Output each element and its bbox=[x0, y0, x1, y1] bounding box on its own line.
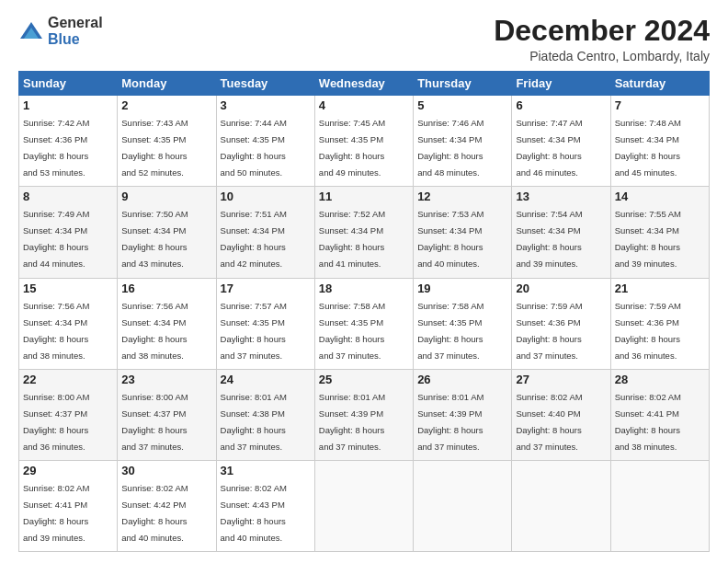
day-number: 5 bbox=[417, 98, 507, 112]
col-wednesday: Wednesday bbox=[314, 72, 413, 96]
calendar-cell: 10 Sunrise: 7:51 AMSunset: 4:34 PMDaylig… bbox=[216, 187, 314, 278]
day-number: 1 bbox=[23, 98, 113, 112]
calendar-cell: 12 Sunrise: 7:53 AMSunset: 4:34 PMDaylig… bbox=[414, 187, 512, 278]
calendar-cell: 6 Sunrise: 7:47 AMSunset: 4:34 PMDayligh… bbox=[512, 96, 610, 187]
day-number: 30 bbox=[121, 464, 211, 477]
cell-info: Sunrise: 7:46 AMSunset: 4:34 PMDaylight:… bbox=[417, 118, 483, 178]
header: General Blue December 2024 Piateda Centr… bbox=[18, 15, 710, 63]
calendar-page: General Blue December 2024 Piateda Centr… bbox=[0, 0, 728, 563]
cell-info: Sunrise: 8:01 AMSunset: 4:39 PMDaylight:… bbox=[417, 392, 483, 452]
cell-info: Sunrise: 8:02 AMSunset: 4:42 PMDaylight:… bbox=[121, 483, 188, 543]
calendar-cell: 29 Sunrise: 8:02 AMSunset: 4:41 PMDaylig… bbox=[19, 460, 118, 551]
day-number: 26 bbox=[417, 373, 507, 386]
calendar-cell: 20 Sunrise: 7:59 AMSunset: 4:36 PMDaylig… bbox=[512, 278, 610, 369]
cell-info: Sunrise: 7:53 AMSunset: 4:34 PMDaylight:… bbox=[417, 209, 483, 269]
cell-info: Sunrise: 8:02 AMSunset: 4:40 PMDaylight:… bbox=[516, 392, 582, 452]
cell-info: Sunrise: 7:57 AMSunset: 4:35 PMDaylight:… bbox=[221, 301, 287, 361]
calendar-cell: 18 Sunrise: 7:58 AMSunset: 4:35 PMDaylig… bbox=[314, 278, 413, 369]
cell-info: Sunrise: 7:58 AMSunset: 4:35 PMDaylight:… bbox=[319, 301, 385, 361]
calendar-cell: 26 Sunrise: 8:01 AMSunset: 4:39 PMDaylig… bbox=[414, 369, 512, 460]
cell-info: Sunrise: 7:58 AMSunset: 4:35 PMDaylight:… bbox=[417, 301, 483, 361]
cell-info: Sunrise: 8:00 AMSunset: 4:37 PMDaylight:… bbox=[121, 392, 188, 452]
cell-info: Sunrise: 8:02 AMSunset: 4:41 PMDaylight:… bbox=[615, 392, 681, 452]
calendar-cell: 25 Sunrise: 8:01 AMSunset: 4:39 PMDaylig… bbox=[314, 369, 413, 460]
col-sunday: Sunday bbox=[19, 72, 118, 96]
logo-general: General bbox=[48, 15, 103, 31]
cell-info: Sunrise: 7:48 AMSunset: 4:34 PMDaylight:… bbox=[615, 118, 681, 178]
week-row-1: 1 Sunrise: 7:42 AMSunset: 4:36 PMDayligh… bbox=[19, 96, 710, 187]
cell-info: Sunrise: 7:56 AMSunset: 4:34 PMDaylight:… bbox=[121, 301, 188, 361]
cell-info: Sunrise: 7:45 AMSunset: 4:35 PMDaylight:… bbox=[319, 118, 385, 178]
calendar-cell: 28 Sunrise: 8:02 AMSunset: 4:41 PMDaylig… bbox=[610, 369, 709, 460]
calendar-cell bbox=[414, 460, 512, 551]
logo-blue: Blue bbox=[48, 31, 103, 48]
day-number: 22 bbox=[23, 373, 113, 386]
cell-info: Sunrise: 7:59 AMSunset: 4:36 PMDaylight:… bbox=[516, 301, 582, 361]
logo: General Blue bbox=[18, 15, 103, 47]
calendar-cell: 5 Sunrise: 7:46 AMSunset: 4:34 PMDayligh… bbox=[414, 96, 512, 187]
cell-info: Sunrise: 7:51 AMSunset: 4:34 PMDaylight:… bbox=[221, 209, 287, 269]
day-number: 21 bbox=[615, 282, 705, 295]
calendar-cell: 7 Sunrise: 7:48 AMSunset: 4:34 PMDayligh… bbox=[610, 96, 709, 187]
calendar-cell: 17 Sunrise: 7:57 AMSunset: 4:35 PMDaylig… bbox=[216, 278, 314, 369]
calendar-cell: 16 Sunrise: 7:56 AMSunset: 4:34 PMDaylig… bbox=[118, 278, 216, 369]
cell-info: Sunrise: 7:52 AMSunset: 4:34 PMDaylight:… bbox=[319, 209, 385, 269]
calendar-cell: 2 Sunrise: 7:43 AMSunset: 4:35 PMDayligh… bbox=[118, 96, 216, 187]
day-number: 7 bbox=[615, 98, 705, 112]
day-number: 4 bbox=[319, 98, 409, 112]
day-number: 3 bbox=[221, 98, 311, 112]
cell-info: Sunrise: 7:59 AMSunset: 4:36 PMDaylight:… bbox=[615, 301, 681, 361]
cell-info: Sunrise: 7:42 AMSunset: 4:36 PMDaylight:… bbox=[23, 118, 89, 178]
day-number: 17 bbox=[221, 282, 311, 295]
day-number: 24 bbox=[221, 373, 311, 386]
cell-info: Sunrise: 8:01 AMSunset: 4:38 PMDaylight:… bbox=[221, 392, 287, 452]
col-friday: Friday bbox=[512, 72, 610, 96]
cell-info: Sunrise: 8:02 AMSunset: 4:43 PMDaylight:… bbox=[221, 483, 287, 543]
col-saturday: Saturday bbox=[610, 72, 709, 96]
cell-info: Sunrise: 7:50 AMSunset: 4:34 PMDaylight:… bbox=[121, 209, 188, 269]
day-number: 29 bbox=[23, 464, 113, 477]
day-number: 6 bbox=[516, 98, 606, 112]
calendar-cell: 19 Sunrise: 7:58 AMSunset: 4:35 PMDaylig… bbox=[414, 278, 512, 369]
calendar-cell: 30 Sunrise: 8:02 AMSunset: 4:42 PMDaylig… bbox=[118, 460, 216, 551]
day-number: 10 bbox=[221, 190, 311, 203]
logo-text: General Blue bbox=[48, 15, 103, 47]
calendar-cell: 8 Sunrise: 7:49 AMSunset: 4:34 PMDayligh… bbox=[19, 187, 118, 278]
calendar-cell: 9 Sunrise: 7:50 AMSunset: 4:34 PMDayligh… bbox=[118, 187, 216, 278]
day-number: 20 bbox=[516, 282, 606, 295]
calendar-header-row: Sunday Monday Tuesday Wednesday Thursday… bbox=[19, 72, 710, 96]
day-number: 9 bbox=[121, 190, 211, 203]
calendar-cell: 27 Sunrise: 8:02 AMSunset: 4:40 PMDaylig… bbox=[512, 369, 610, 460]
calendar-cell: 23 Sunrise: 8:00 AMSunset: 4:37 PMDaylig… bbox=[118, 369, 216, 460]
day-number: 2 bbox=[121, 98, 211, 112]
calendar-cell: 24 Sunrise: 8:01 AMSunset: 4:38 PMDaylig… bbox=[216, 369, 314, 460]
col-thursday: Thursday bbox=[414, 72, 512, 96]
day-number: 12 bbox=[417, 190, 507, 203]
calendar-cell bbox=[314, 460, 413, 551]
calendar-cell: 1 Sunrise: 7:42 AMSunset: 4:36 PMDayligh… bbox=[19, 96, 118, 187]
calendar-cell: 13 Sunrise: 7:54 AMSunset: 4:34 PMDaylig… bbox=[512, 187, 610, 278]
calendar-cell: 11 Sunrise: 7:52 AMSunset: 4:34 PMDaylig… bbox=[314, 187, 413, 278]
day-number: 28 bbox=[615, 373, 705, 386]
cell-info: Sunrise: 7:54 AMSunset: 4:34 PMDaylight:… bbox=[516, 209, 582, 269]
cell-info: Sunrise: 7:43 AMSunset: 4:35 PMDaylight:… bbox=[121, 118, 188, 178]
cell-info: Sunrise: 8:01 AMSunset: 4:39 PMDaylight:… bbox=[319, 392, 385, 452]
cell-info: Sunrise: 7:55 AMSunset: 4:34 PMDaylight:… bbox=[615, 209, 681, 269]
day-number: 8 bbox=[23, 190, 113, 203]
calendar-cell: 21 Sunrise: 7:59 AMSunset: 4:36 PMDaylig… bbox=[610, 278, 709, 369]
day-number: 16 bbox=[121, 282, 211, 295]
cell-info: Sunrise: 7:49 AMSunset: 4:34 PMDaylight:… bbox=[23, 209, 89, 269]
col-tuesday: Tuesday bbox=[216, 72, 314, 96]
calendar-cell: 31 Sunrise: 8:02 AMSunset: 4:43 PMDaylig… bbox=[216, 460, 314, 551]
week-row-2: 8 Sunrise: 7:49 AMSunset: 4:34 PMDayligh… bbox=[19, 187, 710, 278]
cell-info: Sunrise: 8:00 AMSunset: 4:37 PMDaylight:… bbox=[23, 392, 89, 452]
calendar-cell: 14 Sunrise: 7:55 AMSunset: 4:34 PMDaylig… bbox=[610, 187, 709, 278]
calendar-cell: 3 Sunrise: 7:44 AMSunset: 4:35 PMDayligh… bbox=[216, 96, 314, 187]
calendar-cell: 15 Sunrise: 7:56 AMSunset: 4:34 PMDaylig… bbox=[19, 278, 118, 369]
day-number: 23 bbox=[121, 373, 211, 386]
day-number: 25 bbox=[319, 373, 409, 386]
day-number: 31 bbox=[221, 464, 311, 477]
calendar-cell bbox=[512, 460, 610, 551]
day-number: 13 bbox=[516, 190, 606, 203]
cell-info: Sunrise: 7:56 AMSunset: 4:34 PMDaylight:… bbox=[23, 301, 89, 361]
